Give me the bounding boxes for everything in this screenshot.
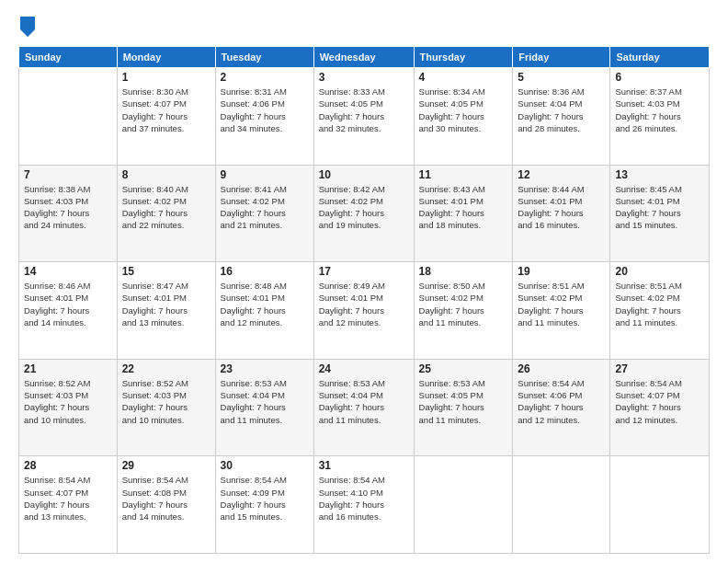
day-number: 28 — [24, 459, 112, 472]
day-number: 13 — [615, 168, 704, 181]
day-info: Sunrise: 8:40 AMSunset: 4:02 PMDaylight:… — [122, 183, 210, 232]
calendar-cell: 29Sunrise: 8:54 AMSunset: 4:08 PMDayligh… — [117, 456, 215, 554]
day-number: 11 — [419, 168, 508, 181]
day-info: Sunrise: 8:46 AMSunset: 4:01 PMDaylight:… — [24, 280, 112, 328]
day-number: 3 — [319, 71, 409, 84]
calendar-cell: 1Sunrise: 8:30 AMSunset: 4:07 PMDaylight… — [117, 68, 215, 166]
day-number: 2 — [221, 71, 309, 84]
day-number: 26 — [518, 362, 605, 375]
calendar-cell: 27Sunrise: 8:54 AMSunset: 4:07 PMDayligh… — [610, 359, 710, 456]
logo-icon — [20, 17, 35, 37]
day-number: 30 — [221, 459, 309, 472]
calendar-cell: 20Sunrise: 8:51 AMSunset: 4:02 PMDayligh… — [610, 262, 710, 360]
day-info: Sunrise: 8:54 AMSunset: 4:07 PMDaylight:… — [615, 377, 704, 426]
day-info: Sunrise: 8:54 AMSunset: 4:08 PMDaylight:… — [122, 474, 210, 523]
calendar-cell: 22Sunrise: 8:52 AMSunset: 4:03 PMDayligh… — [117, 359, 215, 456]
day-info: Sunrise: 8:49 AMSunset: 4:01 PMDaylight:… — [319, 280, 409, 328]
calendar-cell: 23Sunrise: 8:53 AMSunset: 4:04 PMDayligh… — [215, 359, 313, 456]
day-number: 6 — [615, 71, 704, 84]
calendar-cell: 25Sunrise: 8:53 AMSunset: 4:05 PMDayligh… — [414, 359, 513, 456]
day-info: Sunrise: 8:53 AMSunset: 4:05 PMDaylight:… — [419, 377, 508, 426]
day-number: 7 — [24, 168, 112, 181]
day-info: Sunrise: 8:51 AMSunset: 4:02 PMDaylight:… — [518, 280, 605, 328]
calendar-cell: 8Sunrise: 8:40 AMSunset: 4:02 PMDaylight… — [117, 165, 215, 262]
calendar-cell: 31Sunrise: 8:54 AMSunset: 4:10 PMDayligh… — [313, 456, 414, 554]
calendar-cell: 3Sunrise: 8:33 AMSunset: 4:05 PMDaylight… — [313, 68, 414, 166]
day-info: Sunrise: 8:33 AMSunset: 4:05 PMDaylight:… — [319, 86, 409, 134]
calendar-cell — [610, 456, 710, 554]
day-number: 20 — [615, 265, 704, 278]
day-number: 10 — [319, 168, 409, 181]
day-info: Sunrise: 8:54 AMSunset: 4:09 PMDaylight:… — [221, 474, 309, 523]
calendar-cell: 7Sunrise: 8:38 AMSunset: 4:03 PMDaylight… — [19, 165, 118, 262]
day-number: 14 — [24, 265, 112, 278]
day-info: Sunrise: 8:47 AMSunset: 4:01 PMDaylight:… — [122, 280, 210, 328]
calendar-cell — [19, 68, 118, 166]
page: SundayMondayTuesdayWednesdayThursdayFrid… — [0, 0, 728, 563]
day-number: 31 — [319, 459, 409, 472]
day-info: Sunrise: 8:45 AMSunset: 4:01 PMDaylight:… — [615, 183, 704, 232]
day-number: 9 — [221, 168, 309, 181]
day-number: 24 — [319, 362, 409, 375]
calendar-cell: 6Sunrise: 8:37 AMSunset: 4:03 PMDaylight… — [610, 68, 710, 166]
calendar-cell: 18Sunrise: 8:50 AMSunset: 4:02 PMDayligh… — [414, 262, 513, 360]
logo — [18, 17, 35, 37]
day-number: 15 — [122, 265, 210, 278]
day-info: Sunrise: 8:34 AMSunset: 4:05 PMDaylight:… — [419, 86, 508, 134]
day-number: 12 — [518, 168, 605, 181]
header — [18, 17, 710, 37]
calendar-cell: 4Sunrise: 8:34 AMSunset: 4:05 PMDaylight… — [414, 68, 513, 166]
calendar-week-row: 7Sunrise: 8:38 AMSunset: 4:03 PMDaylight… — [19, 165, 710, 262]
day-info: Sunrise: 8:54 AMSunset: 4:06 PMDaylight:… — [518, 377, 605, 426]
day-info: Sunrise: 8:42 AMSunset: 4:02 PMDaylight:… — [319, 183, 409, 232]
calendar-cell: 28Sunrise: 8:54 AMSunset: 4:07 PMDayligh… — [19, 456, 118, 554]
calendar-cell — [513, 456, 610, 554]
calendar-cell: 30Sunrise: 8:54 AMSunset: 4:09 PMDayligh… — [215, 456, 313, 554]
day-info: Sunrise: 8:44 AMSunset: 4:01 PMDaylight:… — [518, 183, 605, 232]
calendar-cell — [414, 456, 513, 554]
day-info: Sunrise: 8:54 AMSunset: 4:10 PMDaylight:… — [319, 474, 409, 523]
calendar-cell: 26Sunrise: 8:54 AMSunset: 4:06 PMDayligh… — [513, 359, 610, 456]
calendar-cell: 14Sunrise: 8:46 AMSunset: 4:01 PMDayligh… — [19, 262, 118, 360]
calendar-week-row: 28Sunrise: 8:54 AMSunset: 4:07 PMDayligh… — [19, 456, 710, 554]
calendar-cell: 2Sunrise: 8:31 AMSunset: 4:06 PMDaylight… — [215, 68, 313, 166]
calendar-cell: 10Sunrise: 8:42 AMSunset: 4:02 PMDayligh… — [313, 165, 414, 262]
calendar-cell: 24Sunrise: 8:53 AMSunset: 4:04 PMDayligh… — [313, 359, 414, 456]
day-number: 18 — [419, 265, 508, 278]
day-info: Sunrise: 8:51 AMSunset: 4:02 PMDaylight:… — [615, 280, 704, 328]
calendar-cell: 13Sunrise: 8:45 AMSunset: 4:01 PMDayligh… — [610, 165, 710, 262]
day-number: 4 — [419, 71, 508, 84]
day-info: Sunrise: 8:36 AMSunset: 4:04 PMDaylight:… — [518, 86, 605, 134]
weekday-header-friday: Friday — [513, 47, 610, 68]
day-info: Sunrise: 8:53 AMSunset: 4:04 PMDaylight:… — [221, 377, 309, 426]
calendar-cell: 5Sunrise: 8:36 AMSunset: 4:04 PMDaylight… — [513, 68, 610, 166]
day-info: Sunrise: 8:54 AMSunset: 4:07 PMDaylight:… — [24, 474, 112, 523]
day-info: Sunrise: 8:37 AMSunset: 4:03 PMDaylight:… — [615, 86, 704, 134]
calendar-week-row: 21Sunrise: 8:52 AMSunset: 4:03 PMDayligh… — [19, 359, 710, 456]
calendar-week-row: 1Sunrise: 8:30 AMSunset: 4:07 PMDaylight… — [19, 68, 710, 166]
weekday-header-thursday: Thursday — [414, 47, 513, 68]
weekday-header-monday: Monday — [117, 47, 215, 68]
day-number: 23 — [221, 362, 309, 375]
day-info: Sunrise: 8:52 AMSunset: 4:03 PMDaylight:… — [122, 377, 210, 426]
day-info: Sunrise: 8:38 AMSunset: 4:03 PMDaylight:… — [24, 183, 112, 232]
day-number: 25 — [419, 362, 508, 375]
calendar-week-row: 14Sunrise: 8:46 AMSunset: 4:01 PMDayligh… — [19, 262, 710, 360]
day-info: Sunrise: 8:52 AMSunset: 4:03 PMDaylight:… — [24, 377, 112, 426]
day-info: Sunrise: 8:50 AMSunset: 4:02 PMDaylight:… — [419, 280, 508, 328]
calendar: SundayMondayTuesdayWednesdayThursdayFrid… — [18, 46, 710, 554]
day-info: Sunrise: 8:31 AMSunset: 4:06 PMDaylight:… — [221, 86, 309, 134]
day-number: 5 — [518, 71, 605, 84]
day-info: Sunrise: 8:43 AMSunset: 4:01 PMDaylight:… — [419, 183, 508, 232]
day-number: 21 — [24, 362, 112, 375]
weekday-header-wednesday: Wednesday — [313, 47, 414, 68]
calendar-cell: 21Sunrise: 8:52 AMSunset: 4:03 PMDayligh… — [19, 359, 118, 456]
day-number: 29 — [122, 459, 210, 472]
day-info: Sunrise: 8:53 AMSunset: 4:04 PMDaylight:… — [319, 377, 409, 426]
calendar-cell: 17Sunrise: 8:49 AMSunset: 4:01 PMDayligh… — [313, 262, 414, 360]
day-info: Sunrise: 8:48 AMSunset: 4:01 PMDaylight:… — [221, 280, 309, 328]
day-number: 1 — [122, 71, 210, 84]
calendar-cell: 9Sunrise: 8:41 AMSunset: 4:02 PMDaylight… — [215, 165, 313, 262]
day-number: 8 — [122, 168, 210, 181]
calendar-cell: 12Sunrise: 8:44 AMSunset: 4:01 PMDayligh… — [513, 165, 610, 262]
